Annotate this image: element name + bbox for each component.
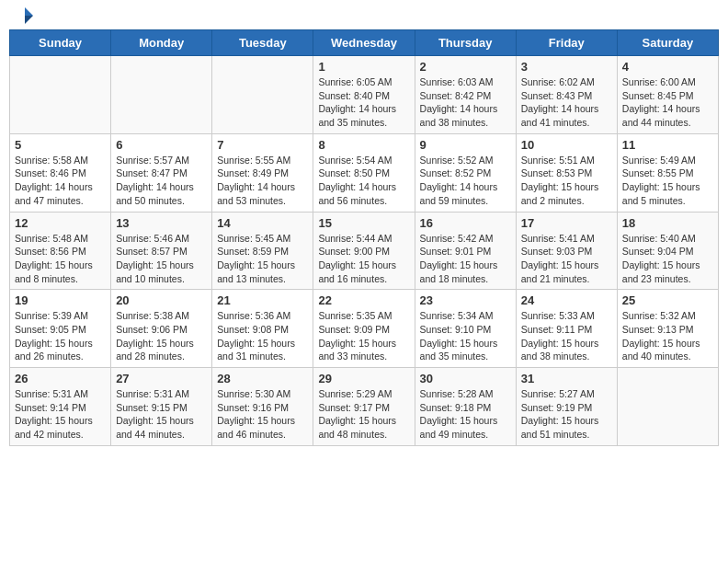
calendar-day-cell: 15Sunrise: 5:44 AM Sunset: 9:00 PM Dayli… [313, 212, 415, 290]
day-number: 7 [217, 138, 308, 152]
calendar-day-cell [617, 368, 718, 446]
calendar-day-cell: 1Sunrise: 6:05 AM Sunset: 8:40 PM Daylig… [313, 56, 415, 134]
day-number: 21 [217, 293, 308, 307]
day-number: 23 [420, 293, 511, 307]
weekday-header-friday: Friday [516, 30, 617, 56]
day-number: 1 [318, 60, 409, 74]
day-number: 28 [217, 372, 308, 385]
day-number: 14 [217, 216, 308, 230]
day-number: 15 [318, 216, 409, 230]
day-number: 20 [116, 293, 207, 307]
day-number: 24 [521, 293, 612, 307]
day-number: 18 [622, 216, 713, 230]
day-number: 22 [318, 293, 409, 307]
calendar-day-cell: 13Sunrise: 5:46 AM Sunset: 8:57 PM Dayli… [111, 212, 212, 290]
day-info: Sunrise: 5:45 AM Sunset: 8:59 PM Dayligh… [217, 232, 308, 286]
day-number: 26 [15, 372, 106, 385]
calendar-day-cell: 8Sunrise: 5:54 AM Sunset: 8:50 PM Daylig… [313, 133, 415, 212]
day-number: 30 [420, 372, 511, 385]
day-info: Sunrise: 5:44 AM Sunset: 9:00 PM Dayligh… [318, 232, 409, 286]
day-info: Sunrise: 6:02 AM Sunset: 8:43 PM Dayligh… [521, 75, 612, 130]
day-number: 4 [622, 60, 713, 74]
calendar-day-cell: 24Sunrise: 5:33 AM Sunset: 9:11 PM Dayli… [516, 290, 617, 368]
day-info: Sunrise: 6:05 AM Sunset: 8:40 PM Dayligh… [318, 75, 409, 130]
calendar-day-cell: 18Sunrise: 5:40 AM Sunset: 9:04 PM Dayli… [617, 212, 718, 290]
day-info: Sunrise: 5:41 AM Sunset: 9:03 PM Dayligh… [521, 232, 612, 286]
day-number: 11 [622, 138, 713, 152]
calendar-day-cell: 31Sunrise: 5:27 AM Sunset: 9:19 PM Dayli… [516, 368, 617, 446]
calendar-day-cell: 23Sunrise: 5:34 AM Sunset: 9:10 PM Dayli… [415, 290, 516, 368]
calendar-week-row: 19Sunrise: 5:39 AM Sunset: 9:05 PM Dayli… [10, 290, 719, 368]
calendar-day-cell: 26Sunrise: 5:31 AM Sunset: 9:14 PM Dayli… [10, 368, 111, 446]
calendar-day-cell: 5Sunrise: 5:58 AM Sunset: 8:46 PM Daylig… [10, 133, 111, 212]
day-number: 8 [318, 138, 409, 152]
day-info: Sunrise: 5:28 AM Sunset: 9:18 PM Dayligh… [420, 387, 511, 442]
day-info: Sunrise: 5:42 AM Sunset: 9:01 PM Dayligh… [420, 232, 511, 286]
day-number: 25 [622, 293, 713, 307]
day-number: 10 [521, 138, 612, 152]
day-info: Sunrise: 5:38 AM Sunset: 9:06 PM Dayligh… [116, 309, 207, 363]
calendar-day-cell: 16Sunrise: 5:42 AM Sunset: 9:01 PM Dayli… [415, 212, 516, 290]
calendar-day-cell: 22Sunrise: 5:35 AM Sunset: 9:09 PM Dayli… [313, 290, 415, 368]
calendar-day-cell: 7Sunrise: 5:55 AM Sunset: 8:49 PM Daylig… [212, 133, 313, 212]
calendar-day-cell: 29Sunrise: 5:29 AM Sunset: 9:17 PM Dayli… [313, 368, 415, 446]
day-number: 27 [116, 372, 207, 385]
calendar-week-row: 1Sunrise: 6:05 AM Sunset: 8:40 PM Daylig… [10, 56, 719, 134]
day-number: 5 [15, 138, 106, 152]
calendar-week-row: 26Sunrise: 5:31 AM Sunset: 9:14 PM Dayli… [10, 368, 719, 446]
calendar-day-cell: 20Sunrise: 5:38 AM Sunset: 9:06 PM Dayli… [111, 290, 212, 368]
calendar-day-cell: 9Sunrise: 5:52 AM Sunset: 8:52 PM Daylig… [415, 133, 516, 212]
day-info: Sunrise: 5:34 AM Sunset: 9:10 PM Dayligh… [420, 309, 511, 363]
day-info: Sunrise: 5:46 AM Sunset: 8:57 PM Dayligh… [116, 232, 207, 286]
calendar-day-cell [212, 56, 313, 134]
day-number: 17 [521, 216, 612, 230]
day-info: Sunrise: 5:49 AM Sunset: 8:55 PM Dayligh… [622, 154, 713, 208]
day-info: Sunrise: 5:52 AM Sunset: 8:52 PM Dayligh… [420, 154, 511, 208]
day-info: Sunrise: 5:35 AM Sunset: 9:09 PM Dayligh… [318, 309, 409, 363]
page-header [9, 9, 719, 20]
day-number: 16 [420, 216, 511, 230]
day-number: 6 [116, 138, 207, 152]
day-info: Sunrise: 5:32 AM Sunset: 9:13 PM Dayligh… [622, 309, 713, 363]
day-number: 3 [521, 60, 612, 74]
logo [13, 9, 35, 20]
calendar-day-cell: 2Sunrise: 6:03 AM Sunset: 8:42 PM Daylig… [415, 56, 516, 134]
day-info: Sunrise: 5:48 AM Sunset: 8:56 PM Dayligh… [15, 232, 106, 286]
day-info: Sunrise: 5:36 AM Sunset: 9:08 PM Dayligh… [217, 309, 308, 363]
weekday-header-tuesday: Tuesday [212, 30, 313, 56]
day-number: 12 [15, 216, 106, 230]
calendar-day-cell: 25Sunrise: 5:32 AM Sunset: 9:13 PM Dayli… [617, 290, 718, 368]
day-info: Sunrise: 5:58 AM Sunset: 8:46 PM Dayligh… [15, 154, 106, 208]
day-info: Sunrise: 5:51 AM Sunset: 8:53 PM Dayligh… [521, 154, 612, 208]
weekday-header-saturday: Saturday [617, 30, 718, 56]
calendar-day-cell: 3Sunrise: 6:02 AM Sunset: 8:43 PM Daylig… [516, 56, 617, 134]
calendar-day-cell [10, 56, 111, 134]
calendar-week-row: 12Sunrise: 5:48 AM Sunset: 8:56 PM Dayli… [10, 212, 719, 290]
day-number: 31 [521, 372, 612, 385]
day-info: Sunrise: 5:30 AM Sunset: 9:16 PM Dayligh… [217, 387, 308, 442]
calendar-day-cell: 6Sunrise: 5:57 AM Sunset: 8:47 PM Daylig… [111, 133, 212, 212]
weekday-header-wednesday: Wednesday [313, 30, 415, 56]
day-info: Sunrise: 5:40 AM Sunset: 9:04 PM Dayligh… [622, 232, 713, 286]
day-info: Sunrise: 5:31 AM Sunset: 9:14 PM Dayligh… [15, 387, 106, 442]
calendar-day-cell: 11Sunrise: 5:49 AM Sunset: 8:55 PM Dayli… [617, 133, 718, 212]
day-info: Sunrise: 5:39 AM Sunset: 9:05 PM Dayligh… [15, 309, 106, 363]
day-info: Sunrise: 5:27 AM Sunset: 9:19 PM Dayligh… [521, 387, 612, 442]
day-number: 2 [420, 60, 511, 74]
day-number: 13 [116, 216, 207, 230]
day-info: Sunrise: 5:33 AM Sunset: 9:11 PM Dayligh… [521, 309, 612, 363]
day-info: Sunrise: 6:03 AM Sunset: 8:42 PM Dayligh… [420, 75, 511, 130]
day-info: Sunrise: 5:29 AM Sunset: 9:17 PM Dayligh… [318, 387, 409, 442]
weekday-header-thursday: Thursday [415, 30, 516, 56]
calendar-week-row: 5Sunrise: 5:58 AM Sunset: 8:46 PM Daylig… [10, 133, 719, 212]
weekday-header-row: SundayMondayTuesdayWednesdayThursdayFrid… [10, 30, 719, 56]
day-number: 9 [420, 138, 511, 152]
day-info: Sunrise: 6:00 AM Sunset: 8:45 PM Dayligh… [622, 75, 713, 130]
calendar-day-cell: 17Sunrise: 5:41 AM Sunset: 9:03 PM Dayli… [516, 212, 617, 290]
calendar-day-cell: 12Sunrise: 5:48 AM Sunset: 8:56 PM Dayli… [10, 212, 111, 290]
day-info: Sunrise: 5:55 AM Sunset: 8:49 PM Dayligh… [217, 154, 308, 208]
day-info: Sunrise: 5:31 AM Sunset: 9:15 PM Dayligh… [116, 387, 207, 442]
calendar-day-cell: 14Sunrise: 5:45 AM Sunset: 8:59 PM Dayli… [212, 212, 313, 290]
logo-flag-icon [15, 6, 35, 26]
calendar-day-cell: 21Sunrise: 5:36 AM Sunset: 9:08 PM Dayli… [212, 290, 313, 368]
